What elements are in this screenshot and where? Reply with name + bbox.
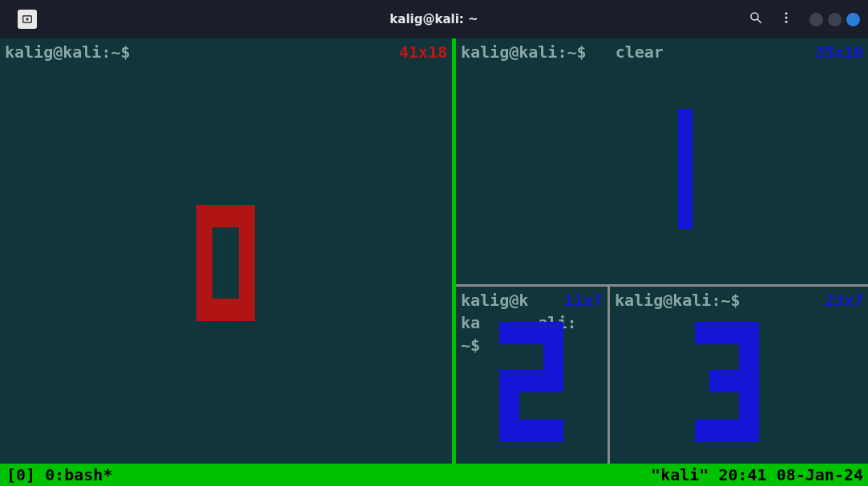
pane-number-glyph [672, 109, 696, 235]
svg-rect-18 [709, 370, 759, 392]
svg-point-5 [785, 12, 788, 14]
svg-point-6 [785, 17, 788, 19]
pane-number-glyph [695, 322, 759, 448]
prompt: kalig@kali:~$ [615, 291, 741, 310]
pane-number-glyph [196, 205, 255, 327]
svg-rect-9 [212, 227, 239, 299]
kebab-menu-icon [779, 10, 793, 25]
pane-dimensions: 23x7 [825, 289, 863, 311]
pane-dimensions: 41x18 [399, 41, 447, 63]
menu-button[interactable] [779, 10, 793, 28]
status-left: [0] 0:bash* [6, 465, 112, 484]
maximize-button[interactable] [828, 13, 842, 26]
minimize-button[interactable] [809, 13, 823, 26]
pane-dimensions: 11x7 [564, 289, 603, 311]
svg-rect-15 [499, 420, 563, 442]
tmux-status-bar: [0] 0:bash* "kali" 20:41 08-Jan-24 [0, 464, 868, 486]
tmux-pane-1[interactable]: kalig@kali:~$ clear 35x10 [456, 38, 868, 284]
pane-dimensions: 35x10 [815, 41, 863, 63]
close-button[interactable] [846, 13, 860, 26]
new-tab-button[interactable] [18, 10, 37, 29]
svg-point-3 [751, 13, 758, 20]
tmux-pane-3[interactable]: kalig@kali:~$ 23x7 [610, 287, 868, 464]
svg-rect-19 [695, 420, 759, 442]
command-text: clear [616, 42, 664, 62]
status-right: "kali" 20:41 08-Jan-24 [651, 465, 863, 484]
prompt: kalig@kali:~$ [461, 42, 587, 62]
svg-point-7 [785, 21, 788, 23]
titlebar: kalig@kali: ~ [0, 0, 868, 38]
svg-line-4 [757, 19, 761, 23]
terminal-body[interactable]: kalig@kali:~$ 41x18 kalig@kali:~$ clear … [0, 38, 868, 464]
pane-number-glyph [499, 322, 563, 448]
search-button[interactable] [749, 10, 763, 28]
window-controls [809, 13, 860, 26]
search-icon [749, 10, 763, 25]
tmux-pane-0[interactable]: kalig@kali:~$ 41x18 [0, 38, 452, 464]
tmux-pane-2[interactable]: kalig@k ka ali: ~$ 11x7 [456, 287, 608, 464]
window-title: kalig@kali: ~ [390, 12, 478, 26]
svg-rect-10 [678, 109, 692, 229]
new-tab-icon [22, 14, 33, 25]
prompt: kalig@kali:~$ [5, 42, 131, 62]
